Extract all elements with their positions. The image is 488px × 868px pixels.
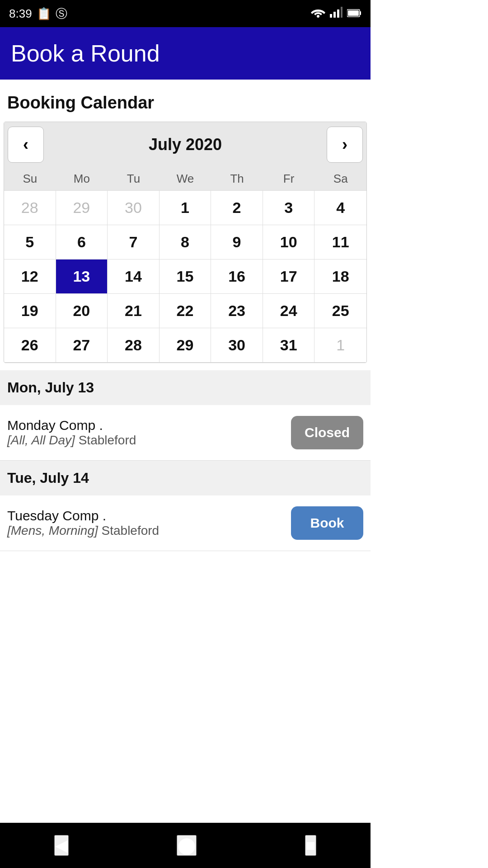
- day-sat: Sa: [314, 167, 366, 190]
- calendar-day[interactable]: 27: [56, 328, 108, 363]
- calendar-day[interactable]: 12: [4, 259, 56, 294]
- calendar-day[interactable]: 31: [263, 328, 315, 363]
- calendar: ‹ July 2020 › Su Mo Tu We Th Fr Sa 28293…: [4, 122, 367, 363]
- svg-rect-2: [333, 12, 336, 18]
- svg-point-0: [317, 15, 319, 18]
- calendar-day[interactable]: 8: [160, 225, 211, 259]
- battery-icon: [347, 7, 361, 21]
- calendar-day[interactable]: 29: [160, 328, 211, 363]
- app-header: Book a Round: [0, 27, 371, 80]
- calendar-day[interactable]: 11: [314, 225, 366, 259]
- calendar-day[interactable]: 2: [211, 191, 263, 225]
- calendar-day[interactable]: 21: [108, 294, 160, 328]
- section-title: Booking Calendar: [0, 80, 371, 122]
- calendar-day[interactable]: 29: [56, 191, 108, 225]
- home-button[interactable]: ⬤: [177, 835, 197, 856]
- calendar-day[interactable]: 17: [263, 259, 315, 294]
- event-item: Monday Comp .[All, All Day] StablefordCl…: [0, 405, 371, 461]
- calendar-day[interactable]: 7: [108, 225, 160, 259]
- calendar-day[interactable]: 30: [211, 328, 263, 363]
- calendar-grid: 2829301234567891011121314151617181920212…: [4, 190, 366, 363]
- day-names-row: Su Mo Tu We Th Fr Sa: [4, 167, 366, 190]
- status-bar: 8:39 📋 Ⓢ: [0, 0, 371, 27]
- back-button[interactable]: ◀: [54, 835, 69, 856]
- calendar-header: ‹ July 2020 ›: [4, 122, 366, 167]
- event-name: Monday Comp .: [7, 418, 291, 433]
- svg-rect-6: [360, 11, 361, 15]
- day-tue: Tu: [108, 167, 160, 190]
- day-sun: Su: [4, 167, 56, 190]
- event-date-header: Mon, July 13: [0, 370, 371, 405]
- calendar-day[interactable]: 5: [4, 225, 56, 259]
- prev-month-button[interactable]: ‹: [8, 127, 44, 163]
- event-detail-italic: [All, All Day]: [7, 433, 79, 447]
- calendar-day[interactable]: 28: [108, 328, 160, 363]
- calendar-day[interactable]: 1: [314, 328, 366, 363]
- wifi-icon: [311, 7, 325, 21]
- closed-button: Closed: [291, 416, 363, 449]
- time-display: 8:39: [9, 7, 32, 21]
- calendar-day[interactable]: 6: [56, 225, 108, 259]
- calendar-day[interactable]: 13: [56, 259, 108, 294]
- event-name: Tuesday Comp .: [7, 508, 291, 524]
- day-fri: Fr: [263, 167, 315, 190]
- event-detail-italic: [Mens, Morning]: [7, 524, 102, 538]
- calendar-day[interactable]: 16: [211, 259, 263, 294]
- svg-rect-3: [337, 9, 339, 18]
- calendar-day[interactable]: 19: [4, 294, 56, 328]
- calendar-day[interactable]: 30: [108, 191, 160, 225]
- calendar-day[interactable]: 26: [4, 328, 56, 363]
- calendar-day[interactable]: 22: [160, 294, 211, 328]
- status-right: [311, 7, 361, 21]
- book-button[interactable]: Book: [291, 506, 363, 540]
- calendar-day[interactable]: 25: [314, 294, 366, 328]
- event-info: Monday Comp .[All, All Day] Stableford: [7, 418, 291, 448]
- event-type: Stableford: [79, 433, 136, 447]
- next-month-button[interactable]: ›: [327, 127, 363, 163]
- calendar-day[interactable]: 9: [211, 225, 263, 259]
- calendar-day[interactable]: 1: [160, 191, 211, 225]
- calendar-day[interactable]: 23: [211, 294, 263, 328]
- svg-rect-1: [330, 14, 332, 18]
- day-wed: We: [160, 167, 211, 190]
- event-detail: [All, All Day] Stableford: [7, 433, 291, 448]
- calendar-day[interactable]: 20: [56, 294, 108, 328]
- svg-rect-4: [341, 7, 343, 18]
- sim-icon: 📋: [37, 7, 51, 21]
- day-mon: Mo: [56, 167, 108, 190]
- calendar-day[interactable]: 10: [263, 225, 315, 259]
- calendar-day[interactable]: 24: [263, 294, 315, 328]
- day-thu: Th: [211, 167, 263, 190]
- event-item: Tuesday Comp .[Mens, Morning] Stableford…: [0, 495, 371, 551]
- svg-rect-7: [348, 10, 359, 16]
- event-detail: [Mens, Morning] Stableford: [7, 524, 291, 538]
- record-icon: Ⓢ: [56, 6, 67, 22]
- event-date-header: Tue, July 14: [0, 461, 371, 495]
- status-left: 8:39 📋 Ⓢ: [9, 6, 67, 22]
- main-content: Booking Calendar ‹ July 2020 › Su Mo Tu …: [0, 80, 371, 823]
- signal-icon: [330, 7, 343, 21]
- calendar-day[interactable]: 28: [4, 191, 56, 225]
- month-label: July 2020: [149, 135, 222, 154]
- calendar-day[interactable]: 3: [263, 191, 315, 225]
- calendar-day[interactable]: 15: [160, 259, 211, 294]
- calendar-day[interactable]: 4: [314, 191, 366, 225]
- events-section: Mon, July 13Monday Comp .[All, All Day] …: [0, 370, 371, 551]
- recent-button[interactable]: ■: [305, 835, 317, 856]
- calendar-day[interactable]: 14: [108, 259, 160, 294]
- event-info: Tuesday Comp .[Mens, Morning] Stableford: [7, 508, 291, 538]
- nav-bar[interactable]: ◀ ⬤ ■: [0, 823, 371, 868]
- page-title: Book a Round: [11, 40, 360, 67]
- calendar-day[interactable]: 18: [314, 259, 366, 294]
- event-type: Stableford: [102, 524, 160, 538]
